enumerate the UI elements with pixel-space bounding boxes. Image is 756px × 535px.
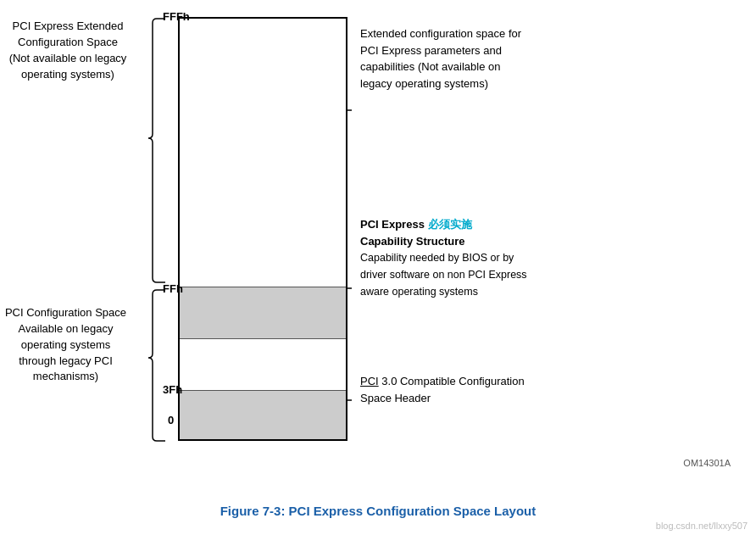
diagram-container: FFFh FFh 3Fh 0 PCI Express Extended Conf… — [0, 0, 756, 500]
label-3fh: 3Fh — [163, 383, 182, 396]
om-label: OM14301A — [683, 458, 731, 468]
figure-caption: Figure 7-3: PCI Express Configuration Sp… — [0, 500, 756, 521]
gray-block-upper — [180, 287, 346, 339]
left-lower-label: PCI Configuration SpaceAvailable on lega… — [4, 305, 127, 385]
watermark-bottom: blog.csdn.net/llxxy507 — [0, 521, 756, 531]
right-lower-annotation: PCI 3.0 Compatible Configuration Space H… — [360, 373, 542, 406]
right-upper-annotation: Extended configuration space for PCI Exp… — [360, 25, 530, 92]
main-rectangle — [178, 17, 347, 441]
label-zero: 0 — [168, 414, 174, 426]
label-fffh: FFFh — [163, 10, 190, 23]
gray-block-lower — [180, 390, 346, 439]
left-upper-label: PCI Express Extended Configuration Space… — [8, 19, 127, 82]
label-ffh: FFh — [163, 282, 183, 295]
right-middle-annotation: PCI Express 必须实施 Capability Structure Ca… — [360, 216, 542, 299]
